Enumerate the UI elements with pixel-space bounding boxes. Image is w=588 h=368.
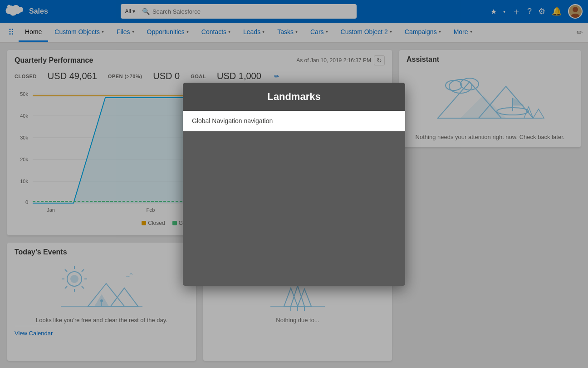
landmarks-title: Landmarks — [267, 91, 320, 102]
landmarks-header: Landmarks — [183, 83, 405, 111]
landmarks-modal: Landmarks Global Navigation navigation — [183, 83, 405, 286]
landmarks-item-global-nav[interactable]: Global Navigation navigation — [183, 111, 405, 131]
overlay-backdrop[interactable]: Landmarks Global Navigation navigation — [0, 0, 588, 368]
landmarks-body — [183, 131, 405, 286]
